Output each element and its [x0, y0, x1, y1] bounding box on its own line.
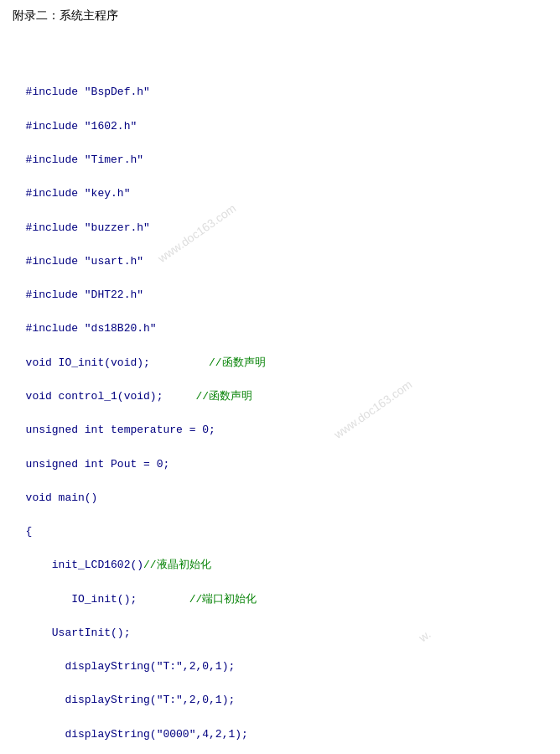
code-line-9: #include "ds18B20.h": [26, 322, 157, 335]
code-line-21: displayString("0000",4,2,1);: [26, 728, 248, 741]
code-line-15: {: [26, 525, 33, 538]
code-line-6: #include "buzzer.h": [26, 221, 150, 234]
code-line-20: displayString("T:",2,0,1);: [26, 694, 236, 706]
code-line-4: #include "Timer.h": [26, 153, 143, 166]
code-block: #include "BspDef.h" #include "1602.h" #i…: [13, 34, 547, 754]
code-line-13: unsigned int Pout = 0;: [26, 458, 170, 471]
code-line-7: #include "usart.h": [26, 255, 143, 268]
code-line-8: #include "DHT22.h": [26, 289, 143, 301]
code-line-2: #include "BspDef.h": [26, 86, 150, 98]
code-line-19: displayString("T:",2,0,1);: [26, 660, 236, 673]
code-line-5: #include "key.h": [26, 187, 131, 200]
code-line-16: init_LCD1602()//液晶初始化: [26, 559, 211, 571]
code-line-10: void IO_init(void); //函数声明: [26, 356, 266, 369]
code-line-3: #include "1602.h": [26, 120, 137, 133]
code-line-11: void control_1(void); //函数声明: [26, 390, 252, 403]
code-line-17: IO_init(); //端口初始化: [26, 593, 257, 606]
code-line-18: UsartInit();: [26, 627, 131, 639]
code-line-14: void main(): [26, 491, 98, 504]
page-title: 附录二：系统主程序: [13, 8, 547, 23]
code-line-12: unsigned int temperature = 0;: [26, 424, 215, 436]
